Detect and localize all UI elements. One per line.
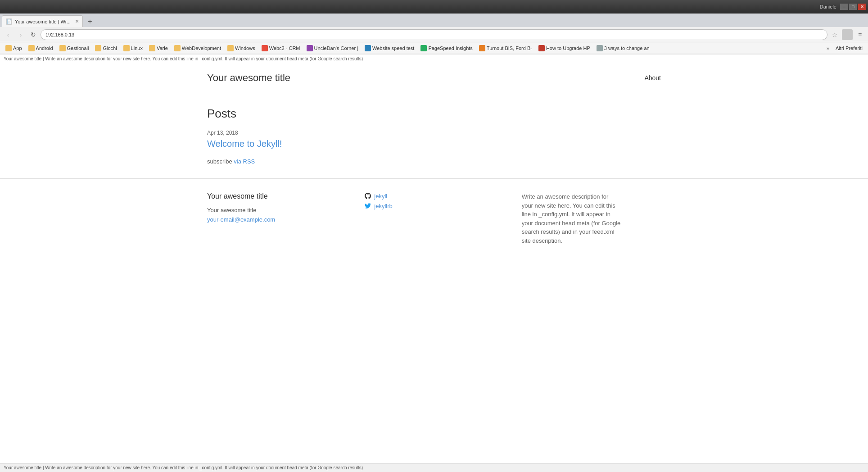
bookmark-icon (420, 45, 427, 51)
browser-window: Daniele ─ □ ✕ 📄 Your awesome title | Wr.… (0, 0, 868, 472)
close-button[interactable]: ✕ (858, 4, 866, 10)
bookmark-label: How to Upgrade HP (546, 45, 590, 51)
bookmarks-more-button[interactable]: » (824, 45, 832, 52)
twitter-icon (364, 202, 371, 209)
status-text: Your awesome title | Write an awesome de… (4, 465, 363, 470)
bookmark-app[interactable]: App (3, 44, 25, 52)
status-bar: Your awesome title | Write an awesome de… (0, 463, 868, 472)
footer-links: jekyll jekyllrb (364, 192, 503, 209)
nav-about[interactable]: About (644, 74, 661, 82)
reload-button[interactable]: ↻ (28, 29, 39, 40)
bookmark-label: 3 ways to change an (604, 45, 650, 51)
bookmark-3ways[interactable]: 3 ways to change an (594, 44, 652, 52)
bookmark-label: Website speed test (372, 45, 414, 51)
bookmark-label: Linux (131, 45, 143, 51)
twitter-link[interactable]: jekyllrb (374, 203, 392, 209)
bookmark-label: App (13, 45, 22, 51)
active-tab[interactable]: 📄 Your awesome title | Wr... ✕ (2, 15, 83, 27)
bookmark-label: Gestionali (67, 45, 89, 51)
tabs-bar: 📄 Your awesome title | Wr... ✕ + (0, 14, 868, 27)
bookmarks-bar: App Android Gestionali Giochi Linux Vari… (0, 42, 868, 54)
post-date: Apr 13, 2018 (207, 130, 661, 136)
user-label: Daniele (820, 4, 836, 9)
footer-site-name: Your awesome title (207, 207, 346, 213)
bookmark-turnout[interactable]: Turnout BIS, Ford B- (476, 44, 535, 52)
bookmark-linux[interactable]: Linux (121, 44, 145, 52)
bookmark-label: PageSpeed Insights (428, 45, 472, 51)
footer-description: Write an awesome description for your ne… (522, 192, 621, 245)
bookmark-folder-icon (174, 45, 181, 51)
footer-col-2: jekyll jekyllrb (364, 192, 503, 245)
chrome-menu-button[interactable]: ≡ (854, 29, 865, 40)
address-bar-row: ‹ › ↻ 192.168.0.13 ☆ ≡ (0, 27, 868, 42)
bookmark-varie[interactable]: Varie (146, 44, 171, 52)
bookmarks-other[interactable]: Altri Preferiti (833, 45, 865, 52)
bookmark-gestionali[interactable]: Gestionali (57, 44, 92, 52)
bookmark-pagespeed[interactable]: PageSpeed Insights (418, 44, 475, 52)
bookmark-icon (597, 45, 603, 51)
tab-close-button[interactable]: ✕ (75, 19, 79, 24)
footer-col-1: Your awesome title Your awesome title yo… (207, 192, 346, 245)
site-footer: Your awesome title Your awesome title yo… (0, 178, 868, 259)
bookmark-uncledan[interactable]: UncleDan's Corner | (304, 44, 362, 52)
footer-github-item: jekyll (364, 192, 503, 200)
bookmark-label: UncleDan's Corner | (314, 45, 359, 51)
bookmark-label: Varie (157, 45, 168, 51)
bookmark-label: Webc2 - CRM (269, 45, 300, 51)
title-bar: Daniele ─ □ ✕ (0, 0, 868, 14)
site-header: Your awesome title About (0, 63, 868, 93)
bookmark-webc2crm[interactable]: Webc2 - CRM (259, 44, 303, 52)
rss-link[interactable]: via RSS (234, 158, 255, 165)
bookmark-label: Giochi (103, 45, 117, 51)
site-title[interactable]: Your awesome title (207, 72, 290, 84)
bookmark-windows[interactable]: Windows (225, 44, 258, 52)
bookmark-label: Turnout BIS, Ford B- (487, 45, 532, 51)
subscribe-line: subscribe via RSS (207, 158, 661, 165)
bookmark-folder-icon (5, 45, 12, 51)
web-content: Your awesome title About Posts Apr 13, 2… (0, 63, 868, 463)
address-text: 192.168.0.13 (45, 32, 74, 37)
posts-heading: Posts (207, 107, 661, 121)
bookmark-icon (307, 45, 313, 51)
bookmark-icon (262, 45, 268, 51)
maximize-button[interactable]: □ (849, 4, 857, 10)
tab-favicon: 📄 (6, 18, 12, 25)
window-controls: ─ □ ✕ (840, 4, 866, 10)
back-button[interactable]: ‹ (3, 29, 14, 40)
bookmark-icon (365, 45, 371, 51)
forward-button[interactable]: › (15, 29, 26, 40)
bookmark-folder-icon (227, 45, 234, 51)
extension-button[interactable] (842, 29, 853, 40)
bookmark-folder-icon (149, 45, 155, 51)
address-input[interactable]: 192.168.0.13 (41, 29, 827, 40)
bookmark-label: Windows (235, 45, 255, 51)
footer-title: Your awesome title (207, 192, 346, 200)
tooltip-text: Your awesome title | Write an awesome de… (4, 56, 363, 61)
github-icon (364, 192, 371, 200)
footer-col-3: Write an awesome description for your ne… (522, 192, 661, 245)
tooltip-bar: Your awesome title | Write an awesome de… (0, 54, 868, 63)
post-item: Apr 13, 2018 Welcome to Jekyll! (207, 130, 661, 149)
site-nav: About (644, 74, 661, 82)
bookmark-websitespeed[interactable]: Website speed test (362, 44, 417, 52)
bookmark-icon (538, 45, 545, 51)
bookmark-howto-hp[interactable]: How to Upgrade HP (536, 44, 593, 52)
github-link[interactable]: jekyll (374, 193, 387, 200)
bookmark-label: WebDevelopment (182, 45, 221, 51)
bookmark-folder-icon (28, 45, 35, 51)
bookmark-giochi[interactable]: Giochi (92, 44, 119, 52)
bookmark-label: Android (36, 45, 53, 51)
bookmark-star-button[interactable]: ☆ (829, 29, 840, 40)
bookmark-icon (479, 45, 485, 51)
bookmark-webdevelopment[interactable]: WebDevelopment (172, 44, 224, 52)
tab-title: Your awesome title | Wr... (15, 19, 71, 24)
new-tab-button[interactable]: + (85, 16, 95, 27)
minimize-button[interactable]: ─ (840, 4, 848, 10)
bookmark-folder-icon (123, 45, 130, 51)
bookmark-folder-icon (59, 45, 66, 51)
subscribe-text: subscribe (207, 158, 232, 165)
footer-email-link[interactable]: your-email@example.com (207, 216, 275, 223)
post-title-link[interactable]: Welcome to Jekyll! (207, 139, 661, 149)
bookmark-android[interactable]: Android (26, 44, 56, 52)
site-main: Posts Apr 13, 2018 Welcome to Jekyll! su… (0, 93, 868, 178)
